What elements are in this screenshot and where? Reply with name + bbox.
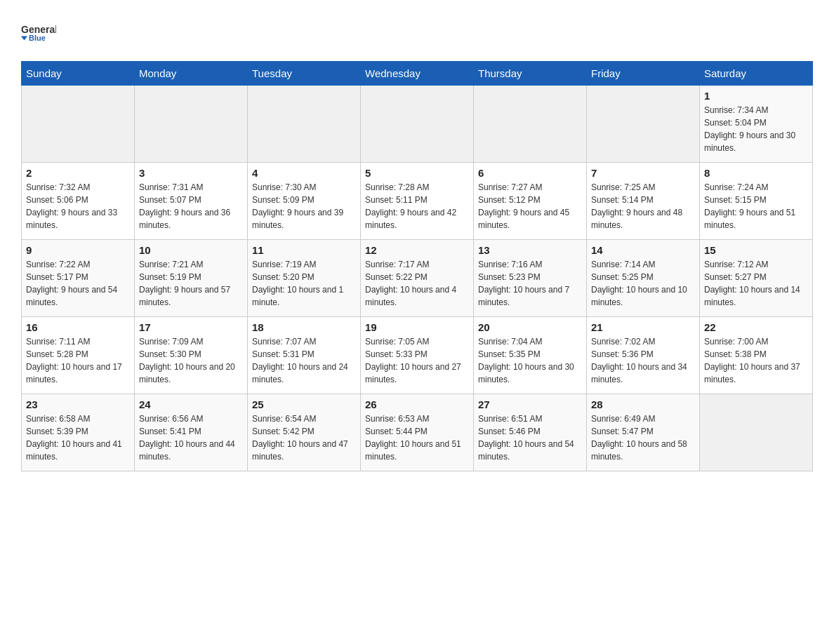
day-cell [474,86,587,163]
weekday-header-tuesday: Tuesday [248,62,361,86]
day-cell: 24Sunrise: 6:56 AM Sunset: 5:41 PM Dayli… [135,394,248,471]
day-number: 5 [365,167,469,179]
day-info: Sunrise: 7:31 AM Sunset: 5:07 PM Dayligh… [139,181,243,232]
day-cell: 25Sunrise: 6:54 AM Sunset: 5:42 PM Dayli… [248,394,361,471]
day-cell: 14Sunrise: 7:14 AM Sunset: 5:25 PM Dayli… [587,240,700,317]
weekday-header-sunday: Sunday [22,62,135,86]
day-cell: 27Sunrise: 6:51 AM Sunset: 5:46 PM Dayli… [474,394,587,471]
calendar-body: 1Sunrise: 7:34 AM Sunset: 5:04 PM Daylig… [22,86,813,471]
day-cell: 8Sunrise: 7:24 AM Sunset: 5:15 PM Daylig… [700,163,813,240]
day-info: Sunrise: 7:07 AM Sunset: 5:31 PM Dayligh… [252,335,356,386]
week-row-3: 9Sunrise: 7:22 AM Sunset: 5:17 PM Daylig… [22,240,813,317]
day-info: Sunrise: 7:00 AM Sunset: 5:38 PM Dayligh… [704,335,808,386]
day-cell [361,86,474,163]
day-info: Sunrise: 6:53 AM Sunset: 5:44 PM Dayligh… [365,412,469,463]
day-info: Sunrise: 6:51 AM Sunset: 5:46 PM Dayligh… [478,412,582,463]
day-number: 14 [591,244,695,256]
day-number: 21 [591,321,695,333]
calendar-table: SundayMondayTuesdayWednesdayThursdayFrid… [21,61,813,471]
day-info: Sunrise: 7:11 AM Sunset: 5:28 PM Dayligh… [26,335,130,386]
day-number: 26 [365,398,469,410]
day-number: 28 [591,398,695,410]
day-cell: 2Sunrise: 7:32 AM Sunset: 5:06 PM Daylig… [22,163,135,240]
day-info: Sunrise: 7:32 AM Sunset: 5:06 PM Dayligh… [26,181,130,232]
day-number: 7 [591,167,695,179]
weekday-header-friday: Friday [587,62,700,86]
day-info: Sunrise: 7:25 AM Sunset: 5:14 PM Dayligh… [591,181,695,232]
day-info: Sunrise: 7:14 AM Sunset: 5:25 PM Dayligh… [591,258,695,309]
day-cell [135,86,248,163]
day-info: Sunrise: 7:24 AM Sunset: 5:15 PM Dayligh… [704,181,808,232]
day-cell [248,86,361,163]
day-cell: 12Sunrise: 7:17 AM Sunset: 5:22 PM Dayli… [361,240,474,317]
day-info: Sunrise: 7:17 AM Sunset: 5:22 PM Dayligh… [365,258,469,309]
day-info: Sunrise: 7:02 AM Sunset: 5:36 PM Dayligh… [591,335,695,386]
day-info: Sunrise: 6:54 AM Sunset: 5:42 PM Dayligh… [252,412,356,463]
day-number: 4 [252,167,356,179]
day-cell: 28Sunrise: 6:49 AM Sunset: 5:47 PM Dayli… [587,394,700,471]
day-cell: 3Sunrise: 7:31 AM Sunset: 5:07 PM Daylig… [135,163,248,240]
day-cell: 20Sunrise: 7:04 AM Sunset: 5:35 PM Dayli… [474,317,587,394]
day-info: Sunrise: 7:30 AM Sunset: 5:09 PM Dayligh… [252,181,356,232]
day-number: 23 [26,398,130,410]
day-cell: 15Sunrise: 7:12 AM Sunset: 5:27 PM Dayli… [700,240,813,317]
day-number: 15 [704,244,808,256]
day-info: Sunrise: 7:21 AM Sunset: 5:19 PM Dayligh… [139,258,243,309]
day-cell: 22Sunrise: 7:00 AM Sunset: 5:38 PM Dayli… [700,317,813,394]
day-cell: 23Sunrise: 6:58 AM Sunset: 5:39 PM Dayli… [22,394,135,471]
day-info: Sunrise: 7:28 AM Sunset: 5:11 PM Dayligh… [365,181,469,232]
day-number: 9 [26,244,130,256]
day-info: Sunrise: 7:04 AM Sunset: 5:35 PM Dayligh… [478,335,582,386]
week-row-4: 16Sunrise: 7:11 AM Sunset: 5:28 PM Dayli… [22,317,813,394]
day-number: 1 [704,90,808,102]
day-number: 19 [365,321,469,333]
day-info: Sunrise: 6:56 AM Sunset: 5:41 PM Dayligh… [139,412,243,463]
week-row-5: 23Sunrise: 6:58 AM Sunset: 5:39 PM Dayli… [22,394,813,471]
day-number: 27 [478,398,582,410]
logo: General Blue [21,14,56,53]
day-info: Sunrise: 6:49 AM Sunset: 5:47 PM Dayligh… [591,412,695,463]
day-cell: 11Sunrise: 7:19 AM Sunset: 5:20 PM Dayli… [248,240,361,317]
day-number: 18 [252,321,356,333]
day-number: 8 [704,167,808,179]
page-header: General Blue [21,14,813,53]
day-cell: 4Sunrise: 7:30 AM Sunset: 5:09 PM Daylig… [248,163,361,240]
calendar-header: SundayMondayTuesdayWednesdayThursdayFrid… [22,62,813,86]
day-info: Sunrise: 6:58 AM Sunset: 5:39 PM Dayligh… [26,412,130,463]
day-cell: 9Sunrise: 7:22 AM Sunset: 5:17 PM Daylig… [22,240,135,317]
day-cell: 16Sunrise: 7:11 AM Sunset: 5:28 PM Dayli… [22,317,135,394]
day-info: Sunrise: 7:12 AM Sunset: 5:27 PM Dayligh… [704,258,808,309]
day-info: Sunrise: 7:05 AM Sunset: 5:33 PM Dayligh… [365,335,469,386]
weekday-header-thursday: Thursday [474,62,587,86]
day-cell [700,394,813,471]
day-number: 10 [139,244,243,256]
weekday-header-monday: Monday [135,62,248,86]
day-number: 12 [365,244,469,256]
weekday-header-saturday: Saturday [700,62,813,86]
day-info: Sunrise: 7:19 AM Sunset: 5:20 PM Dayligh… [252,258,356,309]
day-cell: 13Sunrise: 7:16 AM Sunset: 5:23 PM Dayli… [474,240,587,317]
day-number: 2 [26,167,130,179]
day-number: 25 [252,398,356,410]
day-cell: 7Sunrise: 7:25 AM Sunset: 5:14 PM Daylig… [587,163,700,240]
weekday-header-wednesday: Wednesday [361,62,474,86]
day-number: 22 [704,321,808,333]
day-number: 24 [139,398,243,410]
day-cell [22,86,135,163]
day-number: 17 [139,321,243,333]
svg-text:Blue: Blue [29,34,46,42]
day-cell: 18Sunrise: 7:07 AM Sunset: 5:31 PM Dayli… [248,317,361,394]
day-cell: 5Sunrise: 7:28 AM Sunset: 5:11 PM Daylig… [361,163,474,240]
day-number: 6 [478,167,582,179]
day-number: 13 [478,244,582,256]
day-cell: 26Sunrise: 6:53 AM Sunset: 5:44 PM Dayli… [361,394,474,471]
day-info: Sunrise: 7:09 AM Sunset: 5:30 PM Dayligh… [139,335,243,386]
day-info: Sunrise: 7:34 AM Sunset: 5:04 PM Dayligh… [704,104,808,154]
day-cell: 21Sunrise: 7:02 AM Sunset: 5:36 PM Dayli… [587,317,700,394]
day-cell [587,86,700,163]
svg-marker-1 [21,36,27,41]
day-cell: 6Sunrise: 7:27 AM Sunset: 5:12 PM Daylig… [474,163,587,240]
day-cell: 1Sunrise: 7:34 AM Sunset: 5:04 PM Daylig… [700,86,813,163]
day-number: 20 [478,321,582,333]
day-cell: 17Sunrise: 7:09 AM Sunset: 5:30 PM Dayli… [135,317,248,394]
